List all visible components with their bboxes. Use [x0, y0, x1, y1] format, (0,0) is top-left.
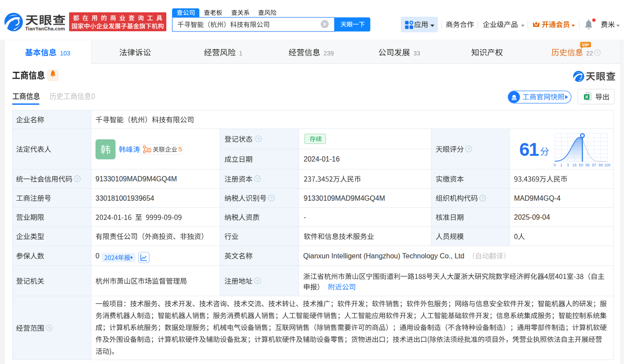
- svg-text:50: 50: [579, 163, 583, 167]
- svg-text:100: 100: [604, 163, 610, 167]
- svg-text:1: 1: [239, 50, 242, 57]
- svg-text:15: 15: [573, 163, 577, 167]
- svg-text:330181001939654: 330181001939654: [95, 195, 154, 202]
- svg-text:?: ?: [256, 176, 258, 181]
- svg-text:0: 0: [554, 163, 556, 167]
- svg-text:2025-09-04: 2025-09-04: [514, 213, 550, 221]
- svg-text:?: ?: [270, 195, 272, 200]
- svg-text:91330109MAD9M4GQ4M: 91330109MAD9M4GQ4M: [95, 175, 177, 183]
- svg-text:85: 85: [585, 163, 590, 167]
- svg-text:MAD9M4GQ-4: MAD9M4GQ-4: [514, 195, 561, 202]
- svg-text:97: 97: [592, 163, 596, 167]
- svg-text:103: 103: [60, 50, 70, 57]
- svg-text:2024-01-16: 2024-01-16: [304, 155, 340, 163]
- svg-text:?: ?: [481, 195, 484, 200]
- svg-text:22: 22: [586, 50, 593, 57]
- svg-text:?: ?: [257, 136, 260, 141]
- svg-text:VIP: VIP: [582, 42, 589, 47]
- svg-text:TianYanCha.com: TianYanCha.com: [25, 26, 65, 31]
- svg-text:0: 0: [95, 252, 99, 260]
- svg-text:3: 3: [567, 163, 569, 167]
- svg-text:61: 61: [519, 139, 539, 160]
- svg-text:Qianxun Intelligent (Hangzhou): Qianxun Intelligent (Hangzhou) Technolog…: [303, 252, 464, 260]
- svg-text:?: ?: [76, 176, 78, 181]
- svg-text:91330109MAD9M4GQ4M: 91330109MAD9M4GQ4M: [304, 195, 385, 202]
- svg-text:5: 5: [179, 146, 182, 153]
- svg-text:99: 99: [598, 163, 603, 167]
- svg-text:-: -: [304, 213, 306, 221]
- svg-text:1: 1: [560, 163, 562, 167]
- svg-text:33: 33: [413, 50, 420, 57]
- svg-text:239: 239: [323, 50, 334, 57]
- svg-text:?: ?: [596, 50, 598, 55]
- svg-text:?: ?: [48, 326, 50, 331]
- svg-text:?: ?: [256, 279, 258, 283]
- svg-text:?: ?: [467, 147, 470, 151]
